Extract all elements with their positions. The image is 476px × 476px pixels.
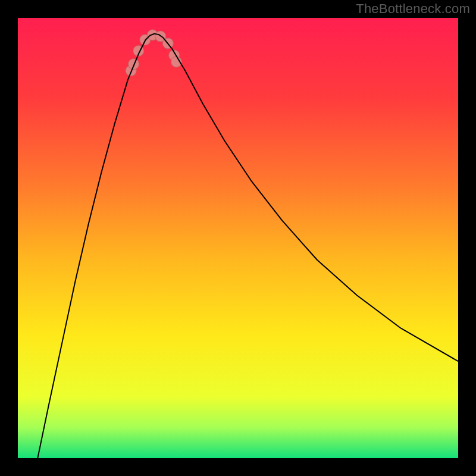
gradient-background: [18, 18, 458, 458]
chart-svg: [18, 18, 458, 458]
plot-area: [18, 18, 458, 458]
highlight-marker: [129, 59, 139, 70]
attribution-label: TheBottleneck.com: [356, 1, 470, 17]
chart-frame: TheBottleneck.com: [0, 0, 476, 476]
